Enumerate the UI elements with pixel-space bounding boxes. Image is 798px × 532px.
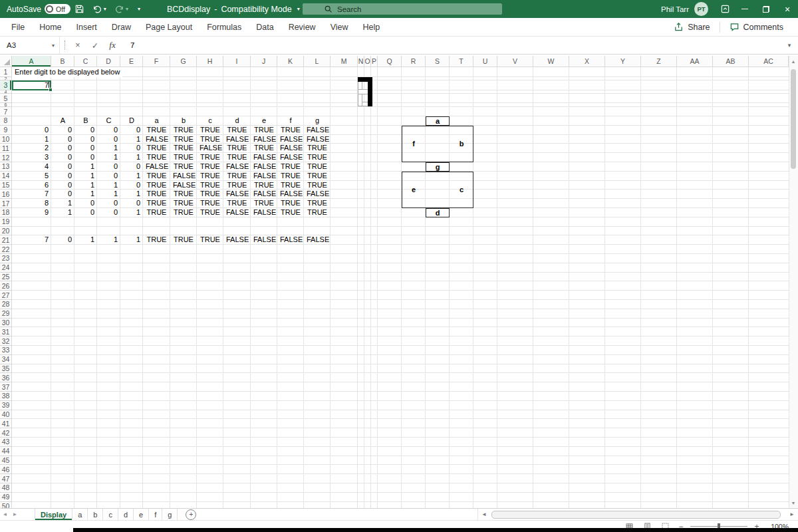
cell-A14[interactable]: 5 (12, 172, 51, 181)
column-header-Y[interactable]: Y (605, 56, 641, 67)
row-header-44[interactable]: 44 (0, 447, 12, 456)
cell-J17[interactable]: TRUE (251, 199, 277, 208)
cell-J15[interactable]: TRUE (251, 181, 277, 190)
row-header-17[interactable]: 17 (0, 199, 12, 208)
cell-J13[interactable]: FALSE (251, 162, 277, 172)
row-header-13[interactable]: 13 (0, 162, 12, 172)
sheet-tab-display[interactable]: Display (35, 509, 72, 520)
ribbon-tab-insert[interactable]: Insert (69, 18, 104, 36)
cell-C17[interactable]: 0 (74, 199, 97, 208)
cell-C14[interactable]: 1 (74, 172, 97, 181)
cell-L15[interactable]: TRUE (304, 181, 331, 190)
cell-E12[interactable]: 1 (120, 153, 143, 162)
cell-A13[interactable]: 4 (12, 162, 51, 172)
sheet-tab-d[interactable]: d (118, 509, 134, 520)
row-header-16[interactable]: 16 (0, 190, 12, 199)
cell-F9[interactable]: TRUE (143, 126, 170, 135)
row-header-8[interactable]: 8 (0, 116, 12, 126)
cell-K21[interactable]: FALSE (277, 235, 304, 245)
cell-E18[interactable]: 1 (120, 208, 143, 217)
ribbon-display-options-button[interactable] (716, 0, 734, 18)
cell-F12[interactable]: TRUE (143, 153, 170, 162)
formula-bar-expand-button[interactable]: ▾ (781, 42, 798, 49)
row-header-38[interactable]: 38 (0, 392, 12, 401)
row-header-15[interactable]: 15 (0, 181, 12, 190)
sheet-nav-right-button[interactable]: ► (10, 509, 20, 520)
cell-G14[interactable]: FALSE (170, 172, 197, 181)
column-header-O[interactable]: O (364, 56, 371, 67)
ribbon-tab-data[interactable]: Data (249, 18, 281, 36)
cell-B16[interactable]: 0 (51, 190, 74, 199)
formula-input[interactable]: 7 (121, 41, 781, 49)
column-header-F[interactable]: F (143, 56, 170, 67)
horizontal-scrollbar-thumb[interactable] (491, 511, 781, 519)
cell-B18[interactable]: 1 (51, 208, 74, 217)
row-header-24[interactable]: 24 (0, 263, 12, 273)
horizontal-scrollbar[interactable]: ◄ ► (477, 509, 798, 520)
cell-C9[interactable]: 0 (74, 126, 97, 135)
cell-J9[interactable]: TRUE (251, 126, 277, 135)
cell-I14[interactable]: TRUE (223, 172, 251, 181)
cell-D8[interactable]: C (97, 116, 120, 126)
row-header-11[interactable]: 11 (0, 144, 12, 153)
cell-G15[interactable]: FALSE (170, 181, 197, 190)
cell-G13[interactable]: TRUE (170, 162, 197, 172)
cell-F11[interactable]: TRUE (143, 144, 170, 153)
row-header-42[interactable]: 42 (0, 428, 12, 438)
cell-L16[interactable]: FALSE (304, 190, 331, 199)
row-header-46[interactable]: 46 (0, 465, 12, 474)
row-header-19[interactable]: 19 (0, 217, 12, 227)
cell-J16[interactable]: FALSE (251, 190, 277, 199)
cell-A15[interactable]: 6 (12, 181, 51, 190)
cell-C13[interactable]: 1 (74, 162, 97, 172)
cell-B13[interactable]: 0 (51, 162, 74, 172)
cell-G16[interactable]: TRUE (170, 190, 197, 199)
cell-G9[interactable]: TRUE (170, 126, 197, 135)
sheet-nav-left-button[interactable]: ◄ (0, 509, 10, 520)
column-header-AA[interactable]: AA (677, 56, 713, 67)
cell-I10[interactable]: FALSE (223, 135, 251, 144)
undo-button[interactable]: ▾ (88, 0, 110, 18)
cell-E10[interactable]: 1 (120, 135, 143, 144)
cell-A9[interactable]: 0 (12, 126, 51, 135)
row-header-27[interactable]: 27 (0, 291, 12, 300)
share-button[interactable]: Share (667, 20, 716, 34)
comments-button[interactable]: Comments (723, 20, 790, 34)
cell-K16[interactable]: FALSE (277, 190, 304, 199)
row-header-25[interactable]: 25 (0, 273, 12, 282)
cell-G12[interactable]: TRUE (170, 153, 197, 162)
row-header-29[interactable]: 29 (0, 309, 12, 319)
ribbon-tab-review[interactable]: Review (281, 18, 323, 36)
ribbon-tab-page-layout[interactable]: Page Layout (138, 18, 200, 36)
cell-K12[interactable]: FALSE (277, 153, 304, 162)
cell-B12[interactable]: 0 (51, 153, 74, 162)
avatar[interactable]: PT (694, 2, 708, 16)
cell-J21[interactable]: FALSE (251, 235, 277, 245)
cell-F16[interactable]: TRUE (143, 190, 170, 199)
cell-E15[interactable]: 0 (120, 181, 143, 190)
name-box[interactable]: A3 ▾ (0, 37, 60, 54)
cell-E16[interactable]: 1 (120, 190, 143, 199)
row-header-49[interactable]: 49 (0, 493, 12, 502)
cell-I12[interactable]: TRUE (223, 153, 251, 162)
sheet-tab-c[interactable]: c (103, 509, 118, 520)
cell-D21[interactable]: 1 (97, 235, 120, 245)
cell-A10[interactable]: 1 (12, 135, 51, 144)
cell-D10[interactable]: 0 (97, 135, 120, 144)
cell-A11[interactable]: 2 (12, 144, 51, 153)
vertical-scrollbar-thumb[interactable] (791, 69, 796, 169)
cell-C8[interactable]: B (74, 116, 97, 126)
column-header-H[interactable]: H (197, 56, 223, 67)
column-header-M[interactable]: M (331, 56, 358, 67)
column-header-E[interactable]: E (120, 56, 143, 67)
column-header-I[interactable]: I (223, 56, 251, 67)
cell-G10[interactable]: TRUE (170, 135, 197, 144)
row-header-47[interactable]: 47 (0, 474, 12, 483)
row-header-22[interactable]: 22 (0, 245, 12, 254)
ribbon-tab-formulas[interactable]: Formulas (200, 18, 249, 36)
scroll-up-button[interactable]: ▲ (789, 57, 798, 65)
column-header-G[interactable]: G (170, 56, 197, 67)
cell-H8[interactable]: c (197, 116, 223, 126)
cell-C18[interactable]: 0 (74, 208, 97, 217)
cell-H14[interactable]: TRUE (197, 172, 223, 181)
